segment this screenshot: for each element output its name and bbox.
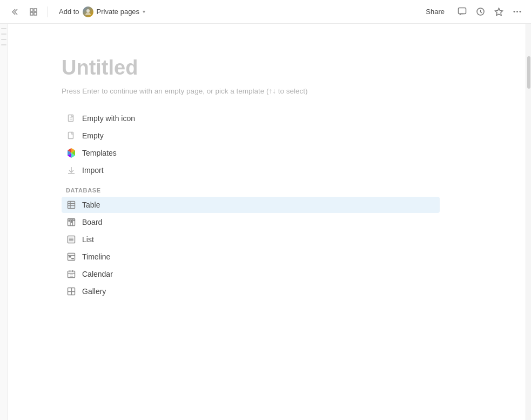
toolbar-left: Add to Private pages ▾ <box>6 4 150 19</box>
table-icon <box>66 199 77 210</box>
list-icon <box>66 234 77 245</box>
timeline-label: Timeline <box>82 252 110 261</box>
svg-point-10 <box>519 11 521 12</box>
svg-rect-17 <box>68 202 75 209</box>
scrollbar[interactable] <box>526 24 531 420</box>
svg-rect-24 <box>69 219 70 222</box>
gallery-label: Gallery <box>82 287 106 296</box>
back-button[interactable] <box>6 4 22 19</box>
calendar-icon <box>66 269 77 279</box>
chevron-down-icon: ▾ <box>143 9 145 15</box>
menu-item-gallery[interactable]: Gallery <box>62 283 440 299</box>
svg-point-4 <box>86 9 90 12</box>
history-button[interactable] <box>473 4 488 19</box>
templates-icon <box>66 148 77 158</box>
page-hint: Press Enter to continue with an empty pa… <box>62 87 482 95</box>
timeline-icon <box>66 251 77 262</box>
svg-rect-0 <box>30 9 33 11</box>
menu-item-board[interactable]: Board <box>62 214 440 230</box>
avatar <box>83 6 93 17</box>
svg-marker-7 <box>495 8 502 16</box>
menu-item-empty-icon[interactable]: Empty with icon <box>62 110 440 126</box>
page-title[interactable]: Untitled <box>62 56 482 79</box>
svg-rect-1 <box>34 9 37 11</box>
sidebar-line-4 <box>1 44 6 45</box>
menu-item-import[interactable]: Import <box>62 162 440 178</box>
comment-button[interactable] <box>454 4 469 19</box>
svg-point-9 <box>516 11 518 12</box>
board-label: Board <box>82 218 102 226</box>
database-section-label: DATABASE <box>66 187 478 194</box>
toolbar-divider <box>48 6 48 17</box>
more-button[interactable] <box>509 4 525 19</box>
svg-rect-25 <box>71 219 72 223</box>
svg-rect-35 <box>68 271 75 278</box>
empty-label: Empty <box>82 131 104 140</box>
svg-rect-3 <box>34 12 37 15</box>
toolbar: Add to Private pages ▾ Share <box>0 0 531 24</box>
sidebar <box>0 24 8 420</box>
svg-rect-26 <box>73 219 75 221</box>
empty-doc-icon <box>66 130 77 141</box>
scrollbar-thumb[interactable] <box>527 56 530 89</box>
menu-item-calendar[interactable]: Calendar <box>62 266 440 282</box>
favorite-button[interactable] <box>491 4 506 19</box>
page-area: Untitled Press Enter to continue with an… <box>8 24 526 420</box>
svg-rect-14 <box>69 132 73 139</box>
empty-icon-label: Empty with icon <box>82 114 135 123</box>
svg-rect-33 <box>69 256 71 258</box>
layout-button[interactable] <box>26 4 41 19</box>
svg-point-8 <box>513 11 515 12</box>
templates-label: Templates <box>82 149 117 157</box>
table-label: Table <box>82 201 100 209</box>
import-icon <box>66 165 77 176</box>
calendar-label: Calendar <box>82 270 113 278</box>
add-to-label: Add to <box>59 8 79 16</box>
menu-item-table[interactable]: Table <box>62 197 440 213</box>
share-button[interactable]: Share <box>419 5 451 18</box>
menu-item-templates[interactable]: Templates <box>62 145 440 161</box>
sidebar-line-2 <box>1 34 6 35</box>
svg-rect-5 <box>458 8 466 14</box>
document-icon <box>66 113 77 124</box>
import-label: Import <box>82 166 104 175</box>
workspace-label: Private pages <box>97 8 140 16</box>
menu-item-list[interactable]: List <box>62 231 440 248</box>
svg-rect-2 <box>30 12 33 15</box>
add-to-button[interactable]: Add to Private pages ▾ <box>55 4 150 19</box>
sidebar-line-1 <box>1 28 6 29</box>
menu-item-empty[interactable]: Empty <box>62 128 440 144</box>
sidebar-line-3 <box>1 39 6 40</box>
gallery-icon <box>66 286 77 297</box>
board-icon <box>66 217 77 228</box>
toolbar-right: Share <box>419 4 525 19</box>
main-content: Untitled Press Enter to continue with an… <box>0 24 531 420</box>
svg-rect-34 <box>71 258 74 259</box>
list-label: List <box>82 235 94 244</box>
menu-item-timeline[interactable]: Timeline <box>62 249 440 265</box>
